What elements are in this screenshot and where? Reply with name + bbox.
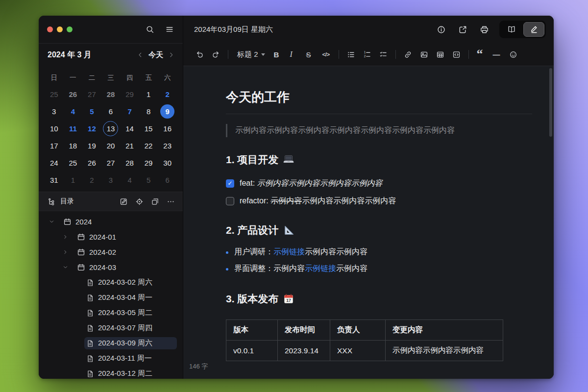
- share-export-button[interactable]: [455, 22, 470, 37]
- calendar-day-today[interactable]: 13: [101, 120, 121, 137]
- tree-item-2024-03-05-周二[interactable]: 2024-03-05 周二: [39, 305, 183, 320]
- tree-item-2024-03-09-周六[interactable]: 2024-03-09 周六: [39, 336, 183, 351]
- calendar-day[interactable]: 6: [158, 172, 177, 189]
- calendar-day[interactable]: 4: [64, 103, 83, 120]
- tree-item-label: 2024-01: [89, 233, 116, 241]
- bullet-list-button[interactable]: [343, 47, 359, 62]
- inline-link[interactable]: 示例链接: [305, 264, 336, 272]
- calendar-day[interactable]: 3: [45, 103, 64, 120]
- locate-today-button[interactable]: [135, 197, 144, 206]
- calendar-day[interactable]: 2: [158, 86, 177, 103]
- chevron-down-icon[interactable]: [63, 265, 68, 270]
- inline-link[interactable]: 示例链接: [273, 247, 305, 256]
- tree-item-2024-01[interactable]: 2024-01: [39, 229, 183, 245]
- more-options-button[interactable]: [167, 197, 175, 206]
- calendar-day[interactable]: 10: [45, 120, 64, 137]
- calendar-day[interactable]: 22: [139, 137, 158, 154]
- calendar-day[interactable]: 27: [82, 86, 101, 103]
- quote-button[interactable]: “: [473, 47, 489, 62]
- close-button[interactable]: [47, 26, 53, 32]
- calendar-day[interactable]: 4: [120, 172, 139, 189]
- calendar-day[interactable]: 25: [64, 154, 83, 172]
- calendar-day[interactable]: 29: [139, 154, 158, 172]
- calendar-day[interactable]: 8: [139, 103, 158, 120]
- chevron-down-icon: [63, 265, 68, 270]
- calendar-day[interactable]: 20: [101, 137, 121, 154]
- edit-mode-button[interactable]: [523, 22, 544, 37]
- calendar-day[interactable]: 2: [82, 172, 101, 189]
- chevron-right-icon[interactable]: [63, 249, 68, 255]
- strikethrough-button[interactable]: S: [302, 47, 318, 62]
- calendar-day[interactable]: 5: [82, 103, 101, 120]
- calendar-day[interactable]: 15: [139, 120, 158, 137]
- calendar-day[interactable]: 23: [158, 137, 177, 154]
- prev-month-button[interactable]: [137, 51, 144, 58]
- tree-item-2024-03-07-周四[interactable]: 2024-03-07 周四: [39, 320, 183, 336]
- horizontal-rule-button[interactable]: —: [489, 47, 505, 62]
- calendar-day-selected[interactable]: 9: [158, 103, 177, 120]
- minimize-button[interactable]: [57, 26, 63, 32]
- bold-button[interactable]: B: [270, 47, 286, 62]
- chevron-right-icon[interactable]: [63, 234, 68, 240]
- tree-item-2024-03-12-周二[interactable]: 2024-03-12 周二: [39, 366, 183, 379]
- tree-item-2024-03[interactable]: 2024-03: [39, 260, 183, 275]
- editor-content[interactable]: 今天的工作 示例内容示例内容示例内容示例内容示例内容示例内容示例内容 1. 项目…: [183, 66, 554, 379]
- calendar-day[interactable]: 17: [45, 137, 64, 154]
- calendar-day[interactable]: 1: [139, 86, 158, 103]
- calendar-day[interactable]: 24: [45, 154, 64, 172]
- menu-button[interactable]: [165, 25, 174, 34]
- calendar-day[interactable]: 5: [139, 172, 158, 189]
- inline-code-button[interactable]: </>: [318, 47, 335, 62]
- checkbox-unchecked[interactable]: [226, 197, 234, 205]
- calendar-day[interactable]: 14: [120, 120, 139, 137]
- table-button[interactable]: [432, 47, 448, 62]
- calendar-day[interactable]: 18: [64, 137, 83, 154]
- calendar-day[interactable]: 27: [101, 154, 121, 172]
- redo-button[interactable]: [208, 47, 224, 62]
- emoji-icon: [509, 50, 517, 59]
- calendar-day[interactable]: 29: [120, 86, 139, 103]
- tree-item-2024-03-02-周六[interactable]: 2024-03-02 周六: [39, 275, 183, 290]
- calendar-day[interactable]: 26: [82, 154, 101, 172]
- collapse-all-button[interactable]: [151, 197, 159, 206]
- calendar-day[interactable]: 26: [64, 86, 83, 103]
- note-info-button[interactable]: [434, 22, 448, 37]
- tree-item-2024-03-11-周一[interactable]: 2024-03-11 周一: [39, 351, 183, 366]
- checkbox-checked[interactable]: ✓: [226, 179, 234, 188]
- scrollbar-thumb[interactable]: [549, 68, 552, 137]
- emoji-button[interactable]: [505, 47, 521, 62]
- today-button[interactable]: 今天: [148, 50, 163, 60]
- calendar-day[interactable]: 12: [82, 120, 101, 137]
- undo-button[interactable]: [192, 47, 208, 62]
- ordered-list-button[interactable]: 12: [359, 47, 375, 62]
- calendar-day[interactable]: 25: [45, 86, 64, 103]
- maximize-button[interactable]: [67, 26, 73, 32]
- calendar-day[interactable]: 19: [82, 137, 101, 154]
- code-block-button[interactable]: [448, 47, 465, 62]
- calendar-day[interactable]: 21: [120, 137, 139, 154]
- new-note-button[interactable]: [120, 197, 128, 206]
- calendar-day[interactable]: 28: [120, 154, 139, 172]
- search-button[interactable]: [146, 25, 154, 34]
- calendar-day[interactable]: 3: [101, 172, 121, 189]
- calendar-day[interactable]: 11: [64, 120, 83, 137]
- reader-mode-button[interactable]: [501, 22, 522, 37]
- image-button[interactable]: [416, 47, 432, 62]
- tree-item-2024[interactable]: 2024: [39, 214, 183, 229]
- print-button[interactable]: [477, 22, 491, 37]
- chevron-down-icon[interactable]: [49, 219, 54, 224]
- calendar-day[interactable]: 28: [101, 86, 121, 103]
- task-list-button[interactable]: [375, 47, 392, 62]
- tree-item-2024-03-04-周一[interactable]: 2024-03-04 周一: [39, 290, 183, 305]
- next-month-button[interactable]: [168, 51, 175, 58]
- calendar-day[interactable]: 6: [101, 103, 121, 120]
- calendar-day[interactable]: 1: [64, 172, 83, 189]
- calendar-day[interactable]: 7: [120, 103, 139, 120]
- link-button[interactable]: [400, 47, 416, 62]
- tree-item-2024-02[interactable]: 2024-02: [39, 245, 183, 260]
- calendar-day[interactable]: 31: [45, 172, 64, 189]
- calendar-day[interactable]: 30: [158, 154, 177, 172]
- heading-select[interactable]: 标题 2: [232, 47, 270, 62]
- italic-button[interactable]: I: [286, 47, 302, 62]
- calendar-day[interactable]: 16: [158, 120, 177, 137]
